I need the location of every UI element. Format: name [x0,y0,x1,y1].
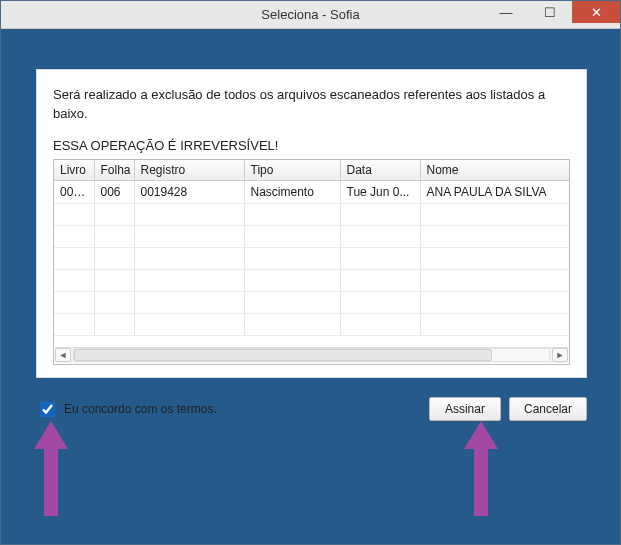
cell-registro: 0019428 [134,180,244,203]
footer-row: Eu concordo com os termos. Assinar Cance… [36,397,587,421]
cell-data: Tue Jun 0... [340,180,420,203]
cell-livro: 000... [54,180,94,203]
maximize-button[interactable]: ☐ [528,1,572,23]
sign-button[interactable]: Assinar [429,397,501,421]
scroll-right-icon[interactable]: ► [552,348,568,362]
table-row [54,269,569,291]
scroll-track[interactable] [73,348,550,362]
cell-folha: 006 [94,180,134,203]
window-controls: — ☐ ✕ [484,1,620,23]
cancel-button[interactable]: Cancelar [509,397,587,421]
data-grid[interactable]: Livro Folha Registro Tipo Data Nome 000.… [53,159,570,365]
table-row [54,203,569,225]
agree-checkbox[interactable] [40,402,55,417]
scroll-left-icon[interactable]: ◄ [55,348,71,362]
agree-checkbox-wrap[interactable]: Eu concordo com os termos. [36,399,217,420]
close-button[interactable]: ✕ [572,1,620,23]
table-row [54,225,569,247]
minimize-icon: — [500,5,513,20]
annotation-arrow-icon [464,421,498,516]
table: Livro Folha Registro Tipo Data Nome 000.… [54,160,569,336]
col-header-folha[interactable]: Folha [94,160,134,181]
titlebar[interactable]: Seleciona - Sofia — ☐ ✕ [1,1,620,29]
dialog-message: Será realizado a exclusão de todos os ar… [53,86,570,124]
table-row [54,247,569,269]
col-header-data[interactable]: Data [340,160,420,181]
col-header-livro[interactable]: Livro [54,160,94,181]
window-frame: Seleciona - Sofia — ☐ ✕ Será realizado a… [0,0,621,545]
dialog-warning: ESSA OPERAÇÃO É IRREVERSÍVEL! [53,138,570,153]
table-row [54,291,569,313]
cell-nome: ANA PAULA DA SILVA [420,180,569,203]
col-header-registro[interactable]: Registro [134,160,244,181]
cell-tipo: Nascimento [244,180,340,203]
col-header-nome[interactable]: Nome [420,160,569,181]
minimize-button[interactable]: — [484,1,528,23]
close-icon: ✕ [591,5,602,20]
col-header-tipo[interactable]: Tipo [244,160,340,181]
annotation-arrow-icon [34,421,68,516]
horizontal-scrollbar[interactable]: ◄ ► [55,347,568,363]
button-group: Assinar Cancelar [429,397,587,421]
table-header-row: Livro Folha Registro Tipo Data Nome [54,160,569,181]
maximize-icon: ☐ [544,5,556,20]
table-row[interactable]: 000... 006 0019428 Nascimento Tue Jun 0.… [54,180,569,203]
scroll-thumb[interactable] [74,349,492,361]
table-row [54,313,569,335]
agree-label: Eu concordo com os termos. [64,402,217,416]
dialog-panel: Será realizado a exclusão de todos os ar… [36,69,587,378]
